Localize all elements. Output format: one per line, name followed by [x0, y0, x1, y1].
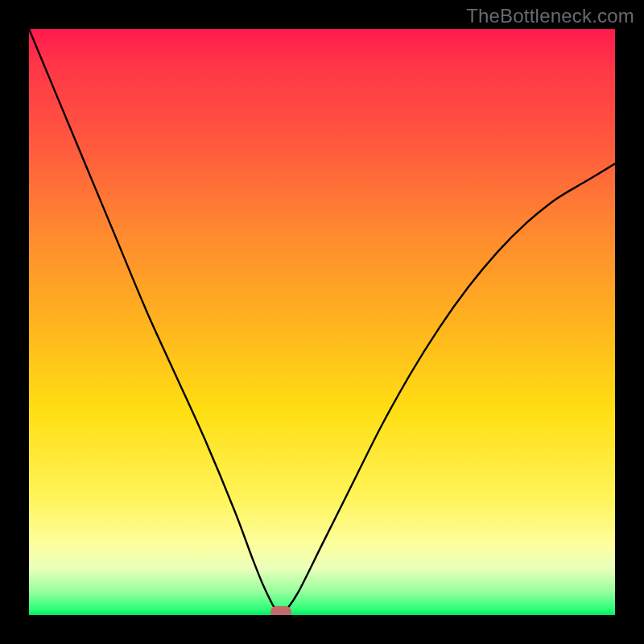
chart-frame: TheBottleneck.com: [0, 0, 644, 644]
min-point-marker: [270, 606, 291, 615]
watermark-text: TheBottleneck.com: [466, 5, 634, 27]
curve-svg: [29, 29, 615, 615]
bottleneck-curve: [29, 29, 615, 615]
plot-area: [29, 29, 615, 615]
